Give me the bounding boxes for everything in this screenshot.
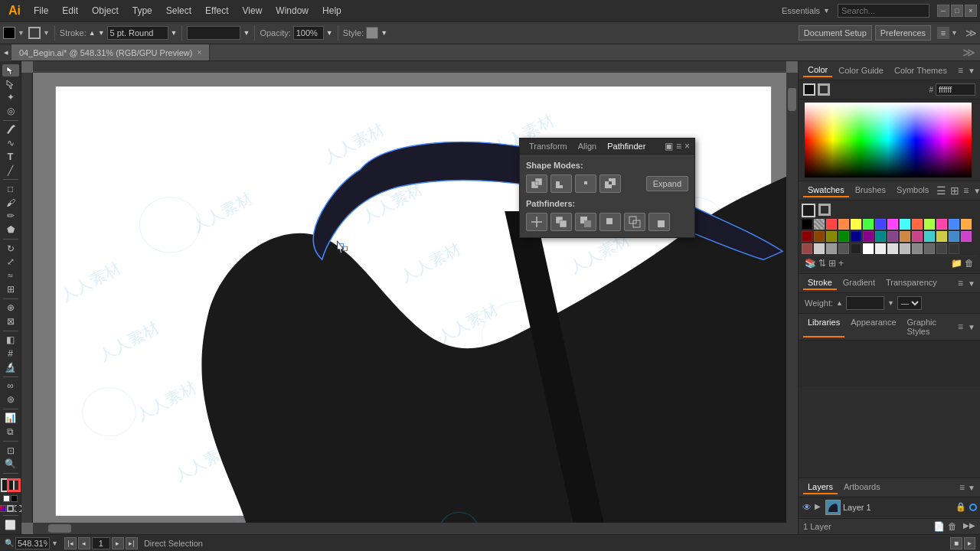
- swatches-options-icon[interactable]: ≡: [963, 185, 969, 196]
- layers-expand-panel-icon[interactable]: ▶▶: [963, 521, 975, 532]
- magic-wand-tool[interactable]: ✦: [2, 91, 19, 103]
- scroll-thumb-horizontal[interactable]: [48, 524, 71, 533]
- mesh-tool[interactable]: #: [2, 347, 19, 360]
- minus-back-button[interactable]: [648, 213, 670, 231]
- scroll-bar-horizontal[interactable]: [33, 523, 786, 534]
- stroke-swatch[interactable]: [7, 478, 21, 492]
- unite-button[interactable]: [526, 174, 547, 193]
- swatch-midgray[interactable]: [912, 243, 923, 254]
- close-button[interactable]: ×: [965, 5, 977, 17]
- libraries-options-icon[interactable]: ≡: [958, 321, 963, 332]
- menu-file[interactable]: File: [28, 4, 54, 18]
- menu-select[interactable]: Select: [160, 4, 198, 18]
- menu-view[interactable]: View: [237, 4, 269, 18]
- swatch-red[interactable]: [826, 219, 837, 230]
- swatch-brown[interactable]: [814, 231, 825, 242]
- zoom-tool[interactable]: 🔍: [2, 458, 19, 470]
- layer-row-1[interactable]: 👁 ▶ Layer 1 🔒: [799, 497, 980, 518]
- swatch-blue[interactable]: [875, 219, 886, 230]
- scale-tool[interactable]: ⤢: [2, 256, 19, 269]
- swatch-lightblue[interactable]: [949, 219, 959, 230]
- stroke-options-icon[interactable]: ≡: [958, 278, 963, 289]
- layer-target-icon[interactable]: [969, 504, 977, 511]
- rectangle-tool[interactable]: □: [2, 183, 19, 195]
- create-layer-icon[interactable]: 📄: [933, 521, 945, 532]
- line-tool[interactable]: ╱: [2, 165, 19, 177]
- maximize-button[interactable]: □: [951, 5, 963, 17]
- column-graph-tool[interactable]: 📊: [2, 412, 19, 425]
- tab-align[interactable]: Align: [573, 141, 601, 152]
- arrange-icon[interactable]: ≡: [937, 27, 949, 39]
- swatch-cyan[interactable]: [900, 219, 910, 230]
- opacity-dropdown-icon[interactable]: ▼: [326, 29, 333, 37]
- libraries-collapse-icon[interactable]: ▼: [968, 323, 975, 331]
- variable-width-input[interactable]: [187, 26, 240, 40]
- stroke-down-icon[interactable]: ▼: [98, 29, 105, 37]
- swatch-darker[interactable]: [936, 243, 947, 254]
- stroke-width-input[interactable]: [107, 26, 168, 40]
- tab-transform[interactable]: Transform: [524, 141, 572, 152]
- swatch-pink[interactable]: [936, 219, 947, 230]
- tab-stroke[interactable]: Stroke: [803, 276, 837, 290]
- swatch-seafoam[interactable]: [924, 231, 935, 242]
- tab-close-icon[interactable]: ×: [197, 48, 201, 57]
- swatch-darkest[interactable]: [949, 243, 959, 254]
- lasso-tool[interactable]: ◎: [2, 105, 19, 117]
- tab-brushes[interactable]: Brushes: [851, 184, 890, 197]
- tab-appearance[interactable]: Appearance: [846, 316, 900, 337]
- first-page-button[interactable]: |◂: [64, 537, 77, 549]
- style-swatch[interactable]: [366, 27, 378, 39]
- zoom-input[interactable]: [15, 537, 50, 549]
- stroke-up-icon[interactable]: ▲: [89, 29, 96, 37]
- swatch-darkgreen[interactable]: [838, 231, 849, 242]
- swatch-rose[interactable]: [912, 231, 923, 242]
- eyedropper-tool[interactable]: 🔬: [2, 361, 19, 373]
- outline-button[interactable]: [624, 213, 645, 231]
- swatch-nearblack[interactable]: [851, 243, 861, 254]
- curvature-tool[interactable]: ∿: [2, 137, 19, 149]
- tab-layers[interactable]: Layers: [803, 481, 838, 494]
- swatches-sort-icon[interactable]: ⇅: [818, 258, 826, 269]
- swatch-magenta[interactable]: [887, 219, 898, 230]
- exclude-button[interactable]: [599, 174, 621, 193]
- swatch-black[interactable]: [802, 219, 812, 230]
- swatch-khaki[interactable]: [936, 231, 947, 242]
- free-transform-tool[interactable]: ⊞: [2, 283, 19, 295]
- tab-scroll-left-icon[interactable]: ◂: [0, 44, 11, 61]
- shaper-tool[interactable]: ⬟: [2, 223, 19, 236]
- color-spectrum-canvas[interactable]: [805, 103, 972, 178]
- stroke-dropdown-icon[interactable]: ▼: [43, 29, 50, 37]
- color-panel-collapse-icon[interactable]: ▼: [968, 67, 975, 75]
- zoom-percent-icon[interactable]: 🔍: [5, 539, 14, 547]
- fill-color-swatch[interactable]: [3, 27, 15, 39]
- scroll-thumb-vertical[interactable]: [788, 88, 796, 111]
- direct-selection-tool[interactable]: [2, 78, 19, 90]
- swatch-orange2[interactable]: [912, 219, 923, 230]
- menu-effect[interactable]: Effect: [199, 4, 234, 18]
- toolbar-more-icon[interactable]: ≫: [965, 27, 977, 39]
- swatch-stroke-indicator[interactable]: [818, 204, 831, 216]
- gradient-tool[interactable]: ◧: [2, 334, 19, 347]
- symbol-sprayer-tool[interactable]: ⊛: [2, 393, 19, 406]
- tab-graphic-styles[interactable]: Graphic Styles: [903, 316, 956, 337]
- swatches-delete-icon[interactable]: 🗑: [965, 258, 974, 269]
- selection-tool[interactable]: [2, 64, 19, 77]
- scroll-bar-vertical[interactable]: [786, 73, 798, 523]
- delete-layer-icon[interactable]: 🗑: [948, 521, 957, 532]
- minus-front-button[interactable]: [550, 174, 572, 193]
- swatch-teal[interactable]: [875, 231, 886, 242]
- swatch-fill-stroke-indicator[interactable]: [802, 204, 815, 217]
- swatch-lightgray[interactable]: [814, 243, 825, 254]
- swatch-white[interactable]: [863, 243, 874, 254]
- swatch-steel[interactable]: [949, 231, 959, 242]
- swatch-olive[interactable]: [826, 231, 837, 242]
- menu-help[interactable]: Help: [316, 4, 348, 18]
- gradient-mode-icon[interactable]: [7, 505, 14, 512]
- doc-setup-button[interactable]: Document Setup: [799, 25, 872, 41]
- none-mode-icon[interactable]: [15, 505, 21, 512]
- swatch-offwhite[interactable]: [875, 243, 886, 254]
- play-button[interactable]: ▸: [964, 537, 975, 549]
- last-page-button[interactable]: ▸|: [126, 537, 138, 549]
- next-page-button[interactable]: ▸: [112, 537, 124, 549]
- panel-options-icon[interactable]: ≡: [676, 141, 681, 152]
